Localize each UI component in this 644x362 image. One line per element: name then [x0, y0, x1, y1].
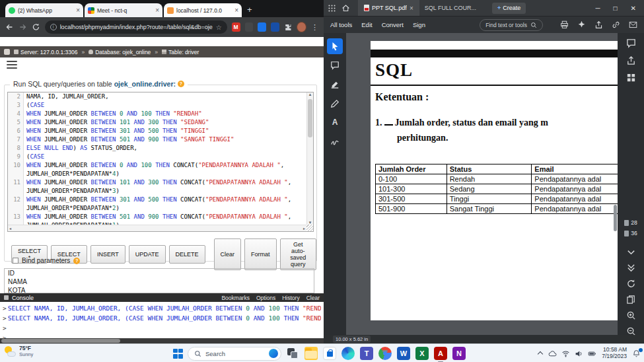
console-menu-options[interactable]: Options: [256, 295, 275, 301]
editor-horizontal-scrollbar[interactable]: ◂▸: [8, 225, 306, 231]
tab-close-icon[interactable]: ×: [155, 7, 159, 14]
sql-line[interactable]: 5WHEN JUMLAH_ORDER BETWEEN 101 AND 300 T…: [8, 118, 306, 127]
share-icon[interactable]: [594, 20, 603, 29]
site-info-icon[interactable]: i: [50, 24, 57, 30]
sql-line[interactable]: 9(CASE: [8, 153, 306, 161]
weather-widget[interactable]: 75°F Sunny: [4, 345, 33, 357]
pdf-tab[interactable]: PPT SQL.pdf×: [358, 0, 419, 16]
taskbar-clock[interactable]: 10:58 AM 7/19/2023: [602, 347, 627, 360]
browser-bottom-scrollbar[interactable]: [0, 338, 324, 344]
console-header[interactable]: Console BookmarksOptionsHistoryClear: [0, 293, 324, 302]
comment-tool[interactable]: [327, 57, 343, 73]
highlight-tool[interactable]: [327, 77, 343, 92]
console-menu-clear[interactable]: Clear: [306, 295, 320, 301]
extension-blue-icon[interactable]: [258, 22, 266, 32]
home-icon[interactable]: [341, 4, 350, 13]
export-pdf-icon[interactable]: [626, 55, 636, 65]
sql-line[interactable]: 2NAMA, ID, JUMLAH_ORDER,: [8, 92, 306, 101]
bind-parameters-checkbox[interactable]: [13, 258, 18, 264]
hidden-icons-chevron[interactable]: [538, 351, 543, 356]
page-badge[interactable]: 36: [624, 230, 637, 236]
acrobat-taskbar-icon[interactable]: A: [434, 347, 447, 360]
editor-vertical-scrollbar[interactable]: ▲▼: [306, 92, 313, 225]
query-button-update[interactable]: UPDATE: [129, 245, 166, 264]
volume-icon[interactable]: [575, 349, 583, 358]
create-button[interactable]: + Create: [492, 3, 526, 14]
refresh-icon[interactable]: [626, 279, 636, 289]
breadcrumb-table[interactable]: Table: driver: [162, 49, 199, 55]
help-icon[interactable]: ?: [178, 81, 184, 87]
draw-tool[interactable]: [327, 96, 343, 112]
battery-icon[interactable]: [588, 349, 596, 358]
get-auto-saved-query-button[interactable]: Get auto-saved query: [280, 238, 316, 270]
task-view-taskbar-icon[interactable]: [286, 347, 299, 360]
column-option[interactable]: KOTA: [5, 286, 314, 293]
file-explorer-taskbar-icon[interactable]: [304, 347, 318, 360]
edge-taskbar-icon[interactable]: [341, 347, 355, 360]
chrome-menu-icon[interactable]: ⋮: [311, 23, 318, 32]
tab-close-icon[interactable]: ×: [76, 7, 80, 14]
pdf-tab[interactable]: SQL FULL COUR...: [419, 0, 482, 16]
pma-home-icon[interactable]: [4, 49, 10, 55]
sign-tool[interactable]: [327, 134, 343, 150]
format-button[interactable]: Format: [244, 238, 277, 270]
console-history-entry[interactable]: >SELECT NAMA, ID, JUMLAH_ORDER, (CASE WH…: [3, 303, 321, 313]
columns-list-box[interactable]: IDNAMAKOTA: [4, 268, 314, 293]
sql-line[interactable]: 12WHEN JUMLAH_ORDER BETWEEN 301 AND 500 …: [8, 196, 306, 213]
table-link[interactable]: ojek_online.driver:: [114, 80, 176, 88]
page-thumbnails-icon[interactable]: [626, 73, 636, 83]
menu-edit[interactable]: Edit: [361, 21, 372, 28]
pages-icon[interactable]: [626, 295, 636, 305]
extension-m-icon[interactable]: M: [232, 22, 240, 32]
sql-line[interactable]: 6WHEN JUMLAH_ORDER BETWEEN 301 AND 500 T…: [8, 127, 306, 135]
sql-line[interactable]: 11WHEN JUMLAH_ORDER BETWEEN 101 AND 300 …: [8, 178, 306, 196]
extensions-puzzle-icon[interactable]: [284, 23, 292, 32]
maximize-icon[interactable]: □: [614, 5, 618, 12]
sql-line[interactable]: 8ELSE NULL END) AS STATUS_ORDER,: [8, 144, 306, 153]
breadcrumb-database[interactable]: Database: ojek_online: [89, 49, 151, 55]
print-icon[interactable]: [560, 20, 569, 29]
back-icon[interactable]: [5, 22, 14, 32]
select-tool[interactable]: [327, 38, 343, 54]
sql-line[interactable]: 4WHEN JUMLAH_ORDER BETWEEN 0 AND 100 THE…: [8, 110, 306, 118]
close-tab-icon[interactable]: ×: [410, 5, 413, 12]
ai-assistant-icon[interactable]: [577, 20, 586, 29]
forward-icon[interactable]: [18, 22, 27, 32]
notification-bell-icon[interactable]: [632, 349, 641, 358]
page-badge[interactable]: 28: [624, 219, 637, 226]
link-icon[interactable]: [612, 20, 620, 29]
pdf-scrollbar-thumb[interactable]: [614, 205, 617, 231]
query-button-delete[interactable]: DELETE: [169, 245, 205, 264]
editor-resize-handle[interactable]: [306, 225, 313, 231]
profile-avatar[interactable]: [297, 22, 306, 32]
word-taskbar-icon[interactable]: W: [397, 347, 410, 360]
cloud-icon[interactable]: [548, 349, 557, 358]
console-menu-bookmarks[interactable]: Bookmarks: [221, 295, 250, 301]
text-tool[interactable]: A: [327, 115, 343, 131]
teams-taskbar-icon[interactable]: T: [360, 347, 373, 360]
address-bar[interactable]: i localhost/phpmyadmin/index.php?route=/…: [45, 20, 227, 34]
menu-sign[interactable]: Sign: [413, 21, 425, 28]
extension-dark-icon[interactable]: [245, 22, 254, 32]
pdf-document-area[interactable]: SQL Ketentuan : 1.Jumlah order, status d…: [346, 33, 618, 335]
new-tab-button[interactable]: +: [247, 5, 252, 15]
comments-icon[interactable]: [626, 38, 636, 48]
minimize-icon[interactable]: ─: [595, 5, 600, 12]
browser-tab-phpmyadmin[interactable]: localhost / 127.0.0×: [164, 3, 242, 17]
chrome-taskbar-icon[interactable]: [378, 347, 392, 360]
console-history-entry[interactable]: >SELECT NAMA, ID, JUMLAH_ORDER, (CASE WH…: [3, 313, 321, 323]
tab-close-icon[interactable]: ×: [234, 7, 238, 14]
extension-navy-icon[interactable]: [271, 22, 279, 32]
browser-tab-meet[interactable]: Meet - nct-q×: [85, 3, 162, 17]
pma-nav-toggle-icon[interactable]: [7, 61, 17, 69]
query-button-insert[interactable]: INSERT: [90, 245, 125, 264]
clear-button[interactable]: Clear: [214, 238, 242, 270]
sql-line[interactable]: 3(CASE: [8, 101, 306, 110]
close-icon[interactable]: ✕: [631, 5, 636, 12]
bookmark-star-icon[interactable]: ☆: [216, 24, 222, 31]
browser-tab-whatsapp[interactable]: (2) WhatsApp×: [5, 3, 83, 17]
breadcrumb-server[interactable]: Server: 127.0.0.1:3306: [14, 49, 77, 55]
menu-all-tools[interactable]: All tools: [330, 21, 352, 28]
excel-taskbar-icon[interactable]: X: [415, 347, 429, 360]
onenote-taskbar-icon[interactable]: N: [452, 347, 466, 360]
